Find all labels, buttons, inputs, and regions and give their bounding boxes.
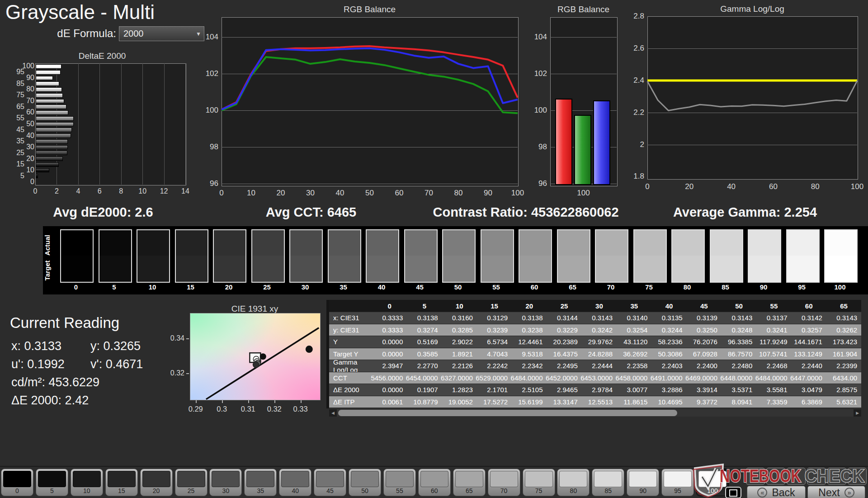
table-cell: 4.7043 bbox=[477, 348, 512, 360]
table-cell: 0.3250 bbox=[687, 324, 722, 336]
toolbar-button-hidden[interactable] bbox=[746, 468, 765, 485]
scroll-right-arrow[interactable]: ▶ bbox=[854, 409, 861, 417]
patch-button-5[interactable]: 5 bbox=[36, 469, 68, 496]
table-cell: 2.2403 bbox=[651, 360, 686, 372]
table-cell: 2.2358 bbox=[617, 360, 651, 372]
grayscale-swatch bbox=[289, 229, 323, 283]
toolbar-button-hidden[interactable] bbox=[787, 468, 806, 485]
rgb-line-x-tick-label: 30 bbox=[306, 189, 315, 198]
grayscale-swatch bbox=[251, 229, 285, 283]
patch-button-55[interactable]: 55 bbox=[383, 469, 416, 496]
next-button[interactable]: Next » bbox=[807, 486, 865, 498]
rgb-line-x-tick-label: 90 bbox=[484, 189, 492, 198]
table-cell: 3.2886 bbox=[651, 384, 686, 396]
patch-button-70[interactable]: 70 bbox=[488, 469, 520, 496]
patch-button-50[interactable]: 50 bbox=[349, 469, 381, 496]
table-row-label: Y bbox=[329, 336, 372, 348]
table-row: Gamma Log/Log2.39472.27702.21262.22422.2… bbox=[329, 360, 861, 372]
swatch-target-half bbox=[825, 256, 857, 282]
table-column-header: 0 bbox=[372, 300, 407, 312]
swatch-target-half bbox=[137, 256, 169, 282]
patch-button-85[interactable]: 85 bbox=[592, 469, 624, 496]
patch-button-40[interactable]: 40 bbox=[279, 469, 311, 496]
table-cell: 29.9762 bbox=[582, 336, 617, 348]
table-row: y: CIE310.33330.32740.32850.32390.32380.… bbox=[329, 324, 861, 336]
patch-button-35[interactable]: 35 bbox=[244, 469, 277, 496]
patch-button-0[interactable]: 0 bbox=[1, 469, 33, 496]
table-header-row: 05101520253035404550556065 bbox=[329, 300, 861, 312]
patch-button-100[interactable]: 100 bbox=[696, 469, 729, 496]
cie-x-tick bbox=[301, 400, 302, 403]
table-cell: 3.0077 bbox=[617, 384, 651, 396]
table-cell: 0.3140 bbox=[617, 312, 651, 324]
grayscale-swatch bbox=[328, 229, 361, 283]
table-cell: 6469.0000 bbox=[687, 372, 722, 384]
patch-button-75[interactable]: 75 bbox=[523, 469, 555, 496]
pattern-window-button[interactable] bbox=[725, 487, 741, 498]
cie-y-tick bbox=[186, 373, 189, 374]
patch-button-65[interactable]: 65 bbox=[453, 469, 486, 496]
table-cell: 6484.0000 bbox=[512, 372, 547, 384]
patch-swatch bbox=[386, 471, 414, 487]
deltae-bar bbox=[36, 104, 66, 109]
rgb-bar-y-tick-label: 96 bbox=[529, 179, 547, 188]
rgb-bar-green bbox=[574, 115, 591, 185]
rgb-line-y-tick-label: 96 bbox=[200, 179, 218, 188]
table-cell: 6529.0000 bbox=[477, 372, 512, 384]
table-row: CCT5456.00006454.00006327.00006529.00006… bbox=[329, 372, 861, 384]
table-cell: 0.3129 bbox=[477, 312, 512, 324]
patch-button-95[interactable]: 95 bbox=[661, 469, 694, 496]
table-cell: 0.3333 bbox=[372, 324, 407, 336]
deltae-x-tick-label: 12 bbox=[160, 187, 168, 195]
table-cell: 0.3257 bbox=[792, 324, 826, 336]
table-cell: 6447.0000 bbox=[792, 372, 826, 384]
swatch-target-half bbox=[329, 256, 360, 282]
patch-button-label: 50 bbox=[349, 487, 381, 494]
patch-swatch bbox=[212, 471, 240, 487]
toolbar-button-hidden[interactable] bbox=[848, 468, 867, 485]
table-scrollbar-thumb[interactable] bbox=[338, 410, 677, 416]
patch-button-20[interactable]: 20 bbox=[140, 469, 173, 496]
table-cell: 2.9022 bbox=[442, 336, 477, 348]
patch-button-25[interactable]: 25 bbox=[175, 469, 208, 496]
swatch-target-half bbox=[61, 256, 93, 282]
deltae-chart-title: DeltaE 2000 bbox=[79, 51, 126, 61]
grayscale-swatch bbox=[442, 229, 476, 283]
rgb-bar-y-tick-label: 98 bbox=[529, 142, 547, 152]
rgb-line-x-tick-label: 20 bbox=[277, 189, 285, 198]
toolbar-button-hidden[interactable] bbox=[827, 468, 846, 485]
deltae-bar bbox=[36, 64, 61, 69]
patch-button-90[interactable]: 90 bbox=[627, 469, 659, 496]
grayscale-swatch-label: 5 bbox=[112, 283, 116, 291]
swatch-target-half bbox=[558, 256, 590, 282]
patch-button-label: 75 bbox=[523, 487, 555, 494]
table-row-label: ΔE ITP bbox=[329, 396, 372, 408]
patch-button-15[interactable]: 15 bbox=[105, 469, 138, 496]
patch-button-80[interactable]: 80 bbox=[557, 469, 590, 496]
toolbar-button-hidden[interactable] bbox=[807, 468, 826, 485]
deltae-bar bbox=[36, 151, 67, 155]
table-cell: 0.3143 bbox=[826, 312, 861, 324]
patch-button-60[interactable]: 60 bbox=[418, 469, 451, 496]
patch-button-label: 85 bbox=[592, 487, 624, 494]
grayscale-swatch bbox=[99, 229, 132, 283]
patch-swatch bbox=[177, 471, 205, 487]
patch-button-10[interactable]: 10 bbox=[71, 469, 103, 496]
rgb-line-y-tick-label: 104 bbox=[200, 33, 218, 42]
rgb-line-series bbox=[222, 17, 518, 185]
grayscale-swatch bbox=[213, 229, 246, 283]
cie-x-tick-label: 0.29 bbox=[189, 405, 203, 413]
table-cell: 0.0061 bbox=[372, 396, 407, 408]
deltae-gridline bbox=[78, 63, 79, 185]
table-cell: 2.2342 bbox=[512, 360, 547, 372]
chevron-left-icon: « bbox=[757, 488, 767, 498]
patch-button-30[interactable]: 30 bbox=[209, 469, 242, 496]
table-cell: 0.3285 bbox=[442, 324, 477, 336]
toolbar-button-hidden[interactable] bbox=[766, 468, 785, 485]
scroll-left-arrow[interactable]: ◀ bbox=[329, 409, 337, 417]
grayscale-swatch bbox=[519, 229, 552, 283]
table-cell: 67.0928 bbox=[687, 348, 722, 360]
patch-button-45[interactable]: 45 bbox=[314, 469, 346, 496]
swatch-actual-half bbox=[558, 230, 590, 256]
back-button[interactable]: « Back bbox=[747, 486, 806, 498]
